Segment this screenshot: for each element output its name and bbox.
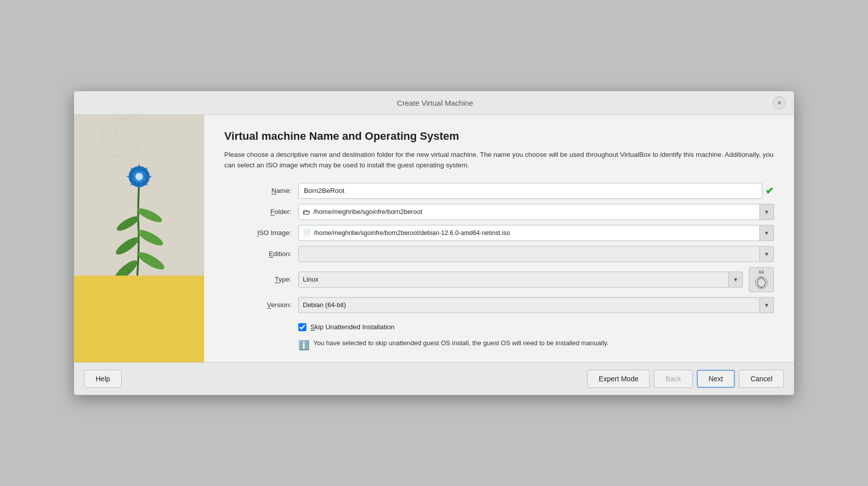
- version-label-text: ersion:: [271, 301, 291, 309]
- folder-icon: 🗁: [303, 207, 310, 216]
- svg-point-10: [115, 213, 141, 233]
- version-dropdown-arrow[interactable]: ▼: [760, 297, 774, 313]
- next-button[interactable]: Next: [697, 370, 735, 388]
- os-64-label: 64: [759, 270, 764, 275]
- cancel-button[interactable]: Cancel: [739, 370, 784, 388]
- type-value-display: Linux: [298, 272, 729, 288]
- page-title: Virtual machine Name and Operating Syste…: [224, 130, 774, 143]
- sidebar-illustration: [74, 115, 204, 362]
- name-valid-icon: ✔: [765, 185, 774, 197]
- svg-point-9: [136, 227, 165, 249]
- svg-point-11: [136, 206, 164, 225]
- type-select-row: Linux ▼ 64: [298, 267, 774, 292]
- description-text: Please choose a descriptive name and des…: [224, 150, 774, 171]
- os-swirl-icon: [754, 276, 768, 290]
- dialog-body: Virtual machine Name and Operating Syste…: [74, 115, 794, 362]
- skip-unattended-checkbox[interactable]: [298, 323, 306, 331]
- footer-right: Expert Mode Back Next Cancel: [587, 370, 784, 388]
- iso-value-display: 📄 /home/meghribe/sgoinfre/born2beroot/de…: [298, 225, 760, 241]
- iso-select-wrapper: 📄 /home/meghribe/sgoinfre/born2beroot/de…: [298, 225, 774, 241]
- info-message-row: ℹ️ You have selected to skip unattended …: [224, 338, 774, 352]
- edition-label-e: E: [269, 250, 273, 258]
- folder-path: /home/meghribe/sgoinfre/born2beroot: [313, 208, 422, 215]
- type-label: Type:: [224, 276, 294, 283]
- iso-label: ISO Image:: [224, 229, 294, 236]
- iso-label-text: SO Image:: [259, 229, 291, 236]
- type-select-wrapper: Linux ▼: [298, 272, 743, 288]
- svg-point-22: [136, 173, 143, 180]
- skip-unattended-label[interactable]: Skip Unattended Installation: [310, 323, 394, 331]
- svg-point-8: [114, 234, 141, 258]
- name-label: Name:: [224, 187, 294, 194]
- version-value-display: Debian (64-bit): [298, 297, 760, 313]
- form-grid: Name: ✔ Folder: 🗁 /home/meghribe/sgoinfr…: [224, 183, 774, 313]
- edition-select-wrapper: ▼: [298, 246, 774, 262]
- iso-icon: 📄: [303, 229, 311, 236]
- name-input[interactable]: [298, 183, 762, 199]
- type-value: Linux: [303, 276, 318, 283]
- iso-dropdown-arrow[interactable]: ▼: [760, 225, 774, 241]
- footer-left: Help: [84, 370, 122, 388]
- edition-dropdown-arrow[interactable]: ▼: [760, 246, 774, 262]
- create-vm-dialog: Create Virtual Machine ×: [74, 91, 794, 395]
- iso-path: /home/meghribe/sgoinfre/born2beroot/debi…: [314, 229, 510, 236]
- svg-point-7: [136, 250, 167, 273]
- main-content: Virtual machine Name and Operating Syste…: [204, 115, 794, 362]
- edition-value-display: [298, 246, 760, 262]
- folder-select-wrapper: 🗁 /home/meghribe/sgoinfre/born2beroot ▼: [298, 204, 774, 220]
- version-label: Version:: [224, 301, 294, 309]
- plant-area: [74, 115, 204, 362]
- svg-point-2: [100, 132, 126, 158]
- edition-label: Edition:: [224, 250, 294, 258]
- folder-label-text: older:: [274, 208, 291, 215]
- version-select-wrapper: Debian (64-bit) ▼: [298, 297, 774, 313]
- dialog-footer: Help Expert Mode Back Next Cancel: [74, 362, 794, 395]
- edition-label-text: dition:: [273, 250, 291, 258]
- type-dropdown-arrow[interactable]: ▼: [729, 272, 743, 288]
- expert-mode-button[interactable]: Expert Mode: [587, 370, 650, 388]
- name-label-n: N: [271, 187, 276, 194]
- yellow-block: [74, 276, 204, 362]
- folder-value-display: 🗁 /home/meghribe/sgoinfre/born2beroot: [298, 204, 760, 220]
- os-icon-box: 64: [749, 267, 774, 292]
- name-input-row: ✔: [298, 183, 774, 199]
- svg-point-0: [102, 119, 139, 156]
- skip-label-text: kip Unattended Installation: [315, 323, 394, 331]
- help-button[interactable]: Help: [84, 370, 122, 388]
- folder-label-f: F: [270, 208, 274, 215]
- title-bar: Create Virtual Machine ×: [74, 91, 794, 115]
- info-icon: ℹ️: [298, 339, 309, 352]
- svg-point-3: [132, 130, 154, 152]
- folder-label: Folder:: [224, 208, 294, 215]
- skip-unattended-row: Skip Unattended Installation: [224, 323, 774, 331]
- dialog-title: Create Virtual Machine: [97, 99, 773, 107]
- type-label-text: ype:: [278, 276, 291, 283]
- folder-dropdown-arrow[interactable]: ▼: [760, 204, 774, 220]
- close-button[interactable]: ×: [773, 96, 786, 109]
- version-value: Debian (64-bit): [303, 301, 346, 309]
- back-button[interactable]: Back: [654, 370, 692, 388]
- name-label-text: ame:: [276, 187, 291, 194]
- info-message-text: You have selected to skip unattended gue…: [313, 338, 609, 348]
